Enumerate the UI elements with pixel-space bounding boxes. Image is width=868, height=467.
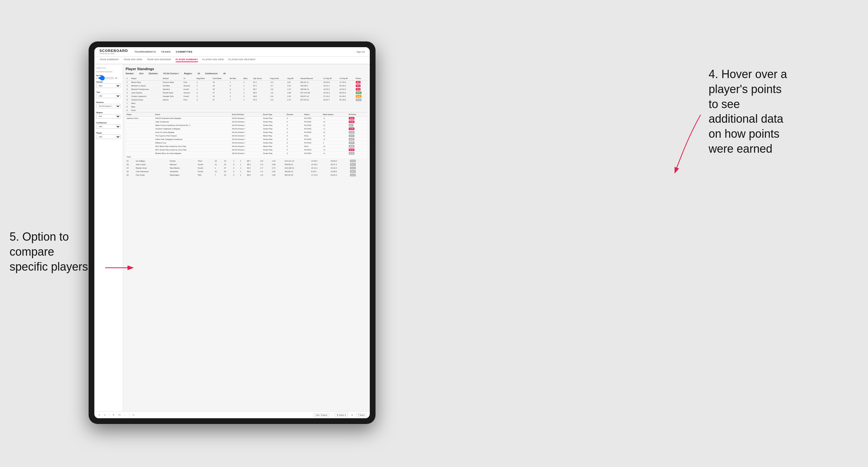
year-select[interactable]: (All) (96, 94, 121, 98)
conference-select[interactable]: (All) (96, 124, 121, 129)
nav-teams[interactable]: TEAMS (161, 50, 171, 53)
detail-cell-rank: +0 (322, 145, 347, 148)
detail-cell-player (126, 152, 154, 155)
gender-select[interactable]: Men (96, 84, 121, 88)
detail-cell-event: Amer An Intercollegiate (154, 131, 231, 134)
detail-cell-division (231, 155, 262, 159)
nav-committee[interactable]: COMMITTEE (176, 50, 193, 53)
cell-vs-top50: 17-23-0 (339, 81, 355, 84)
detail-cell-division: NCAA Division I (231, 124, 262, 127)
cell-points[interactable] (355, 105, 367, 109)
undo-icon[interactable]: ↺ (97, 413, 101, 417)
cell-vs-top25: 29-15-0 (322, 81, 339, 84)
cell-vs-top50: 13-38-2 (330, 170, 349, 174)
cell-no-rds: 2 (229, 95, 243, 98)
cell-points[interactable]: 59.95 (349, 170, 367, 174)
table-row[interactable]: 8 Mats (126, 105, 367, 109)
tab-team-h2h-heatmap[interactable]: TEAM H2H HEATMAP (147, 58, 171, 62)
detail-row: Williams Cup NCAA Division I Stroke Play… (126, 141, 367, 145)
detail-cell-event: Williams Cup (154, 141, 231, 145)
cell-rank: 25 (126, 170, 135, 174)
redo-icon[interactable]: ↻ (103, 413, 106, 417)
cell-reg-rank: 7 (214, 174, 223, 177)
tab-team-h2h-grid[interactable]: TEAM H2H GRID (123, 58, 142, 62)
cell-conf-rank: 27 (223, 166, 232, 170)
division-select[interactable]: NCAA Division I (96, 104, 121, 108)
table-row[interactable]: 25 Cole Sherwood Vanderbilt Fourth 12 23… (126, 170, 367, 174)
watch-button[interactable]: 👁 Watch ▾ (335, 413, 348, 417)
cell-school: Missouri (169, 163, 197, 166)
table-row[interactable]: 24 Bastien Amat New Mexico Fourth 1 27 2… (126, 166, 367, 170)
table-row[interactable]: 9 Prest (126, 109, 367, 112)
detail-cell-type (262, 155, 286, 159)
detail-row: Tachi (126, 155, 367, 159)
paste-icon[interactable]: 📋 (118, 413, 121, 417)
tab-player-summary[interactable]: PLAYER SUMMARY (176, 58, 198, 62)
cell-points[interactable]: 60.27 (349, 163, 367, 166)
table-row[interactable]: 4 Luke Clanton Florida State Second 5 27… (126, 91, 367, 95)
detail-cell-type: Match Play (262, 134, 286, 138)
detail-cell-rank: +0 (322, 124, 347, 127)
cell-points[interactable]: 88.2 (355, 81, 367, 84)
cell-points[interactable]: 58.49 (349, 174, 367, 177)
cell-points[interactable]: 70.2 (355, 88, 367, 91)
cell-adj-score: 68.7 (246, 159, 259, 163)
table-row[interactable]: 23 Jack Lundin Missouri Fourth 11 24 0 1… (126, 163, 367, 166)
cell-points[interactable]: 60.68 (349, 159, 367, 163)
detail-cell-rounds: 3 (286, 117, 303, 120)
filter-region-label: Region: (184, 72, 192, 74)
clock-icon[interactable]: ⏱ (132, 413, 135, 417)
cell-conf-rank: 15 (212, 81, 229, 84)
detail-col-division: Event Division (231, 113, 262, 117)
share-button[interactable]: ⤴ Share (356, 413, 367, 417)
cell-vs-top25: 10-10-2 (322, 88, 339, 91)
cell-vs-top50: 65-54-6 (339, 91, 355, 95)
table-row[interactable]: 6 Jackson Koivu Auburn First 2 27 1 1 67… (126, 98, 367, 102)
more-icon[interactable]: … (123, 413, 127, 417)
cell-no-rds (229, 102, 243, 105)
detail-cell-player (126, 145, 154, 148)
table-row[interactable]: 1 Wenyi Ding Arizona State First 1 15 1 … (126, 81, 367, 84)
cell-wins: 1 (239, 170, 246, 174)
cell-points[interactable] (355, 109, 367, 112)
table-row[interactable]: 5 Christo Lamprecht Georgia Tech Fourth … (126, 95, 367, 98)
table-row[interactable]: 2 Michael La Sasso Ole Miss Second 1 18 … (126, 84, 367, 88)
cell-yr: Second (183, 84, 196, 88)
detail-cell-division: NCAA Division I (231, 117, 262, 120)
cell-points[interactable] (355, 102, 367, 105)
table-row[interactable]: 22 Ian Gilligan Florida Third 10 24 1 1 … (126, 159, 367, 163)
no-rds-slider[interactable] (98, 77, 114, 79)
cell-vs-top25: 14-26-1 (310, 159, 330, 163)
cell-no-rds: 2 (232, 166, 239, 170)
tab-team-summary[interactable]: TEAM SUMMARY (99, 58, 119, 62)
table-row[interactable]: 3 Michael Thorbjornsen Stanford Fourth 1… (126, 88, 367, 91)
table-row[interactable]: 26 Petr Hruby Washington Fifth 7 23 0 1 … (126, 174, 367, 177)
region-label: Region (96, 112, 121, 114)
sign-out-link[interactable]: Sign out (356, 51, 365, 53)
division-label: Division (96, 101, 121, 103)
tab-player-h2h-grid[interactable]: PLAYER H2H GRID (203, 58, 224, 62)
cell-conf-rank: 27 (212, 91, 229, 95)
cell-points[interactable]: 60.02 (349, 166, 367, 170)
cell-points[interactable]: 68.18 (355, 98, 367, 102)
view-original-button[interactable]: View: Original (314, 413, 329, 417)
player-select[interactable]: (All) (96, 134, 121, 139)
cell-vs-top50 (339, 109, 355, 112)
table-row[interactable]: 7 Nichi (126, 102, 367, 105)
col-vs-top50: Vs Top 50 (339, 76, 355, 81)
copy-icon[interactable]: ⧉ (112, 413, 115, 417)
cell-player: Petr Hruby (135, 174, 169, 177)
tab-player-h2h-heatmap[interactable]: PLAYER H2H HEATMAP (228, 58, 256, 62)
download-icon[interactable]: ⬇ (350, 413, 353, 417)
detail-col-type: Event Type (262, 113, 286, 117)
nav-tournaments[interactable]: TOURNAMENTS (134, 50, 156, 53)
detail-cell-type: Stroke Play (262, 124, 286, 127)
region-select[interactable]: N/A (96, 114, 121, 119)
cell-player: Jack Lundin (135, 163, 169, 166)
gender-label: Gender (96, 81, 121, 83)
cell-points[interactable]: 88.94 (355, 91, 367, 95)
cell-vs-top25 (322, 102, 339, 105)
detail-cell-event: Tiger Invitational (154, 120, 231, 124)
cell-points[interactable]: 76.2 (355, 84, 367, 88)
cell-points[interactable]: 80.09 (355, 95, 367, 98)
